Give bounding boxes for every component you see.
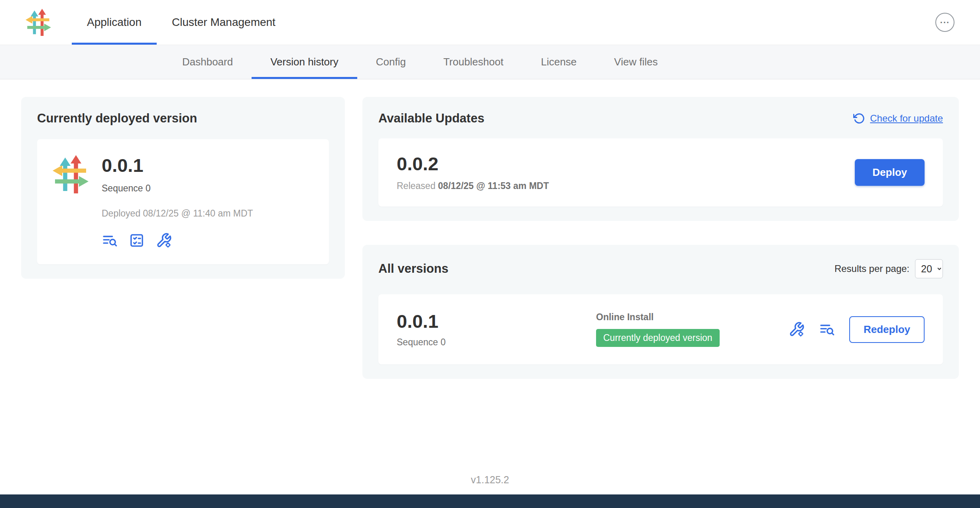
subnav-item-config[interactable]: Config: [357, 45, 425, 79]
header-spacer: [291, 0, 935, 45]
currently-deployed-title: Currently deployed version: [37, 111, 329, 126]
row-actions: Redeploy: [789, 316, 925, 343]
main-content: Currently deployed version: [0, 79, 980, 474]
tab-cluster-management[interactable]: Cluster Management: [157, 0, 291, 45]
refresh-icon: [853, 112, 865, 124]
results-per-page-label: Results per page:: [834, 263, 909, 274]
preflight-checks-icon[interactable]: [129, 232, 145, 248]
deploy-button[interactable]: Deploy: [855, 159, 925, 186]
install-type-label: Online Install: [596, 312, 789, 323]
top-tabs: Application Cluster Management: [72, 0, 291, 45]
all-versions-title: All versions: [378, 262, 449, 276]
deployed-sequence: Sequence 0: [102, 183, 253, 194]
app-version-logo: [51, 155, 90, 193]
deployed-timestamp: Deployed 08/12/25 @ 11:40 am MDT: [102, 208, 253, 219]
released-prefix: Released: [397, 181, 435, 191]
currently-deployed-badge: Currently deployed version: [596, 329, 720, 347]
deployed-version-number: 0.0.1: [102, 155, 253, 176]
check-for-update-link[interactable]: Check for update: [853, 112, 943, 124]
row-version-number: 0.0.1: [397, 311, 596, 332]
update-version-number: 0.0.2: [397, 154, 855, 174]
row-release-notes-icon[interactable]: [819, 321, 835, 337]
top-header: Application Cluster Management ...: [0, 0, 980, 45]
subnav-item-dashboard[interactable]: Dashboard: [163, 45, 252, 79]
app-logo-icon: [51, 155, 90, 193]
console-version: v1.125.2: [0, 474, 980, 494]
app-subnav: Dashboard Version history Config Trouble…: [0, 45, 980, 79]
page: Application Cluster Management ... Dashb…: [0, 0, 980, 508]
check-for-update-label: Check for update: [870, 113, 943, 124]
footer: v1.125.2: [0, 474, 980, 508]
version-row: 0.0.1 Sequence 0 Online Install Currentl…: [378, 294, 943, 365]
row-config-wrench-icon[interactable]: [789, 321, 805, 337]
deployed-actions: [102, 232, 253, 248]
tab-application[interactable]: Application: [72, 0, 157, 45]
more-menu-button[interactable]: ...: [935, 13, 954, 32]
subnav-item-troubleshoot[interactable]: Troubleshoot: [425, 45, 522, 79]
subnav-item-view-files[interactable]: View files: [595, 45, 676, 79]
footer-bar: [0, 494, 980, 508]
currently-deployed-card: Currently deployed version: [21, 97, 345, 279]
available-updates-title: Available Updates: [378, 111, 484, 126]
redeploy-button[interactable]: Redeploy: [849, 316, 925, 343]
update-row: 0.0.2 Released 08/12/25 @ 11:53 am MDT D…: [378, 138, 943, 207]
config-wrench-icon[interactable]: [156, 232, 172, 248]
app-logo-icon: [25, 9, 52, 36]
available-updates-card: Available Updates Check for update: [362, 97, 959, 221]
row-sequence: Sequence 0: [397, 337, 596, 348]
results-per-page: Results per page: 20: [834, 259, 943, 278]
deployed-version-panel: 0.0.1 Sequence 0 Deployed 08/12/25 @ 11:…: [37, 139, 329, 264]
release-notes-icon[interactable]: [102, 232, 118, 248]
released-date: 08/12/25 @ 11:53 am MDT: [438, 181, 549, 191]
released-timestamp: Released 08/12/25 @ 11:53 am MDT: [397, 181, 855, 191]
ellipsis-icon: ...: [940, 15, 950, 26]
all-versions-card: All versions Results per page: 20 0.0.1 …: [362, 245, 959, 379]
app-logo: [24, 8, 53, 37]
subnav-item-license[interactable]: License: [522, 45, 596, 79]
right-column: Available Updates Check for update: [362, 97, 959, 379]
results-per-page-select[interactable]: 20: [915, 259, 943, 278]
subnav-item-version-history[interactable]: Version history: [252, 45, 357, 79]
